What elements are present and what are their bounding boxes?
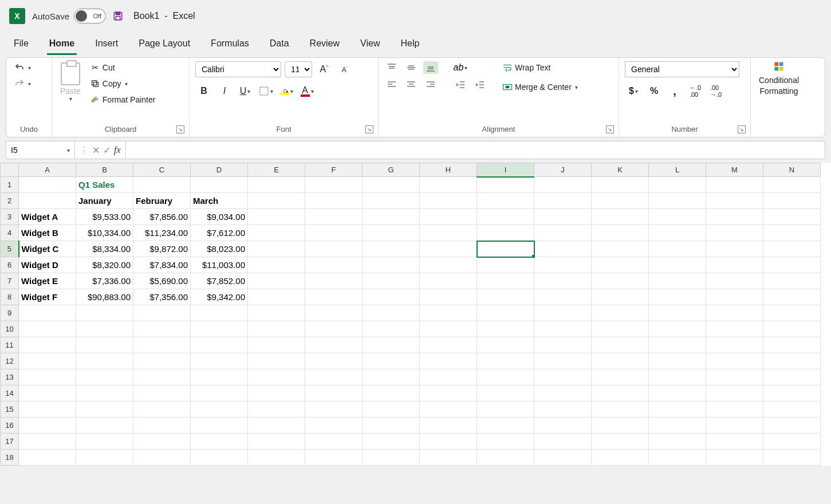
cell-L4[interactable] bbox=[649, 225, 706, 241]
cell-C17[interactable] bbox=[133, 434, 191, 450]
cell-I7[interactable] bbox=[477, 273, 534, 289]
cell-B14[interactable] bbox=[76, 385, 133, 401]
cell-H6[interactable] bbox=[420, 257, 477, 273]
cell-J14[interactable] bbox=[534, 385, 592, 401]
paste-button[interactable]: Paste ▾ bbox=[58, 61, 83, 103]
cell-A8[interactable]: Widget F bbox=[19, 289, 76, 305]
formula-input[interactable] bbox=[126, 145, 825, 155]
cell-H17[interactable] bbox=[420, 434, 477, 450]
cell-N15[interactable] bbox=[763, 401, 821, 418]
cell-E13[interactable] bbox=[248, 369, 305, 385]
cell-J3[interactable] bbox=[534, 209, 592, 225]
cell-M14[interactable] bbox=[706, 385, 763, 401]
row-header-14[interactable]: 14 bbox=[1, 385, 19, 401]
cell-A9[interactable] bbox=[19, 305, 76, 321]
cell-H11[interactable] bbox=[420, 337, 477, 353]
cell-N5[interactable] bbox=[763, 241, 821, 257]
cell-B6[interactable]: $8,320.00 bbox=[76, 257, 133, 273]
cell-F15[interactable] bbox=[305, 401, 363, 418]
comma-format-button[interactable]: , bbox=[666, 83, 683, 99]
cell-D12[interactable] bbox=[191, 353, 248, 369]
percent-format-button[interactable]: % bbox=[645, 83, 663, 99]
cell-C10[interactable] bbox=[133, 321, 191, 337]
column-header-F[interactable]: F bbox=[305, 163, 363, 177]
column-header-E[interactable]: E bbox=[248, 163, 305, 177]
save-icon[interactable] bbox=[113, 11, 123, 21]
cell-E6[interactable] bbox=[248, 257, 305, 273]
tab-home[interactable]: Home bbox=[47, 35, 77, 55]
cell-K3[interactable] bbox=[592, 209, 649, 225]
increase-decimal-button[interactable]: ←.0.00 bbox=[687, 83, 704, 99]
cell-J2[interactable] bbox=[534, 193, 592, 209]
cell-K14[interactable] bbox=[592, 385, 649, 401]
cell-L9[interactable] bbox=[649, 305, 706, 321]
row-header-4[interactable]: 4 bbox=[1, 225, 19, 241]
cell-N16[interactable] bbox=[763, 418, 821, 434]
cell-C11[interactable] bbox=[133, 337, 191, 353]
cell-G15[interactable] bbox=[363, 401, 420, 418]
clipboard-launcher[interactable]: ↘ bbox=[176, 125, 184, 133]
decrease-indent-button[interactable] bbox=[453, 78, 468, 91]
cell-E10[interactable] bbox=[248, 321, 305, 337]
cell-A5[interactable]: Widget C bbox=[19, 241, 76, 257]
font-launcher[interactable]: ↘ bbox=[365, 125, 373, 133]
row-header-16[interactable]: 16 bbox=[1, 418, 19, 434]
cell-J10[interactable] bbox=[534, 321, 592, 337]
cell-J8[interactable] bbox=[534, 289, 592, 305]
fx-icon[interactable]: fx bbox=[114, 145, 121, 155]
row-header-7[interactable]: 7 bbox=[1, 273, 19, 289]
cell-L15[interactable] bbox=[649, 401, 706, 418]
align-right-button[interactable] bbox=[423, 78, 438, 91]
cell-C18[interactable] bbox=[133, 450, 191, 466]
cell-K8[interactable] bbox=[592, 289, 649, 305]
cell-M7[interactable] bbox=[706, 273, 763, 289]
cell-C9[interactable] bbox=[133, 305, 191, 321]
cell-C8[interactable]: $7,356.00 bbox=[133, 289, 191, 305]
cell-A4[interactable]: Widget B bbox=[19, 225, 76, 241]
cell-N4[interactable] bbox=[763, 225, 821, 241]
align-center-button[interactable] bbox=[404, 78, 419, 91]
cell-G17[interactable] bbox=[363, 434, 420, 450]
cell-I8[interactable] bbox=[477, 289, 534, 305]
cell-F1[interactable] bbox=[305, 177, 363, 193]
cell-M11[interactable] bbox=[706, 337, 763, 353]
cell-D15[interactable] bbox=[191, 401, 248, 418]
cell-K6[interactable] bbox=[592, 257, 649, 273]
undo-button[interactable]: ▾ bbox=[12, 61, 33, 74]
cell-I11[interactable] bbox=[477, 337, 534, 353]
cell-F10[interactable] bbox=[305, 321, 363, 337]
tab-help[interactable]: Help bbox=[398, 35, 422, 55]
cell-F18[interactable] bbox=[305, 450, 363, 466]
cell-F3[interactable] bbox=[305, 209, 363, 225]
cell-M3[interactable] bbox=[706, 209, 763, 225]
merge-center-button[interactable]: Merge & Center ▾ bbox=[500, 81, 580, 93]
cell-D17[interactable] bbox=[191, 434, 248, 450]
column-header-M[interactable]: M bbox=[706, 163, 763, 177]
cell-B7[interactable]: $7,336.00 bbox=[76, 273, 133, 289]
cell-A7[interactable]: Widget E bbox=[19, 273, 76, 289]
cell-B16[interactable] bbox=[76, 418, 133, 434]
cell-I2[interactable] bbox=[477, 193, 534, 209]
cell-E9[interactable] bbox=[248, 305, 305, 321]
cell-F11[interactable] bbox=[305, 337, 363, 353]
cell-L10[interactable] bbox=[649, 321, 706, 337]
column-header-L[interactable]: L bbox=[649, 163, 706, 177]
cell-C7[interactable]: $5,690.00 bbox=[133, 273, 191, 289]
column-header-K[interactable]: K bbox=[592, 163, 649, 177]
cell-D2[interactable]: March bbox=[191, 193, 248, 209]
column-header-I[interactable]: I bbox=[477, 163, 534, 177]
cell-K2[interactable] bbox=[592, 193, 649, 209]
cell-A3[interactable]: Widget A bbox=[19, 209, 76, 225]
cell-I4[interactable] bbox=[477, 225, 534, 241]
cell-A13[interactable] bbox=[19, 369, 76, 385]
row-header-1[interactable]: 1 bbox=[1, 177, 19, 193]
cell-J5[interactable] bbox=[534, 241, 592, 257]
row-header-18[interactable]: 18 bbox=[1, 450, 19, 466]
cell-M5[interactable] bbox=[706, 241, 763, 257]
cell-D8[interactable]: $9,342.00 bbox=[191, 289, 248, 305]
cell-B9[interactable] bbox=[76, 305, 133, 321]
cell-J9[interactable] bbox=[534, 305, 592, 321]
row-header-11[interactable]: 11 bbox=[1, 337, 19, 353]
cell-D4[interactable]: $7,612.00 bbox=[191, 225, 248, 241]
enter-formula-icon[interactable]: ✓ bbox=[103, 145, 111, 156]
